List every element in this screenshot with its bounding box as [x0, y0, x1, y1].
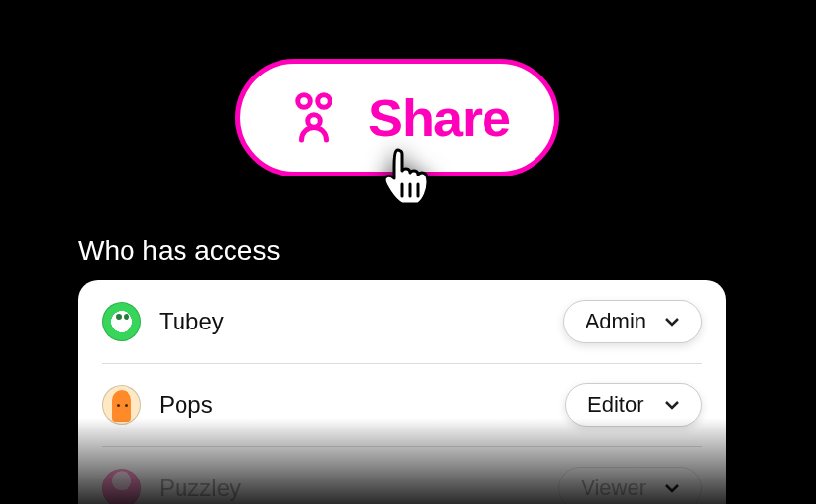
- chevron-down-icon: [664, 313, 680, 330]
- role-label: Admin: [586, 309, 646, 334]
- avatar: [102, 385, 141, 425]
- user-name: Pops: [159, 391, 213, 419]
- role-label: Editor: [587, 392, 643, 418]
- role-select[interactable]: Admin: [563, 300, 702, 343]
- access-section: Who has access Tubey Admin Pops Editor: [78, 235, 726, 504]
- chevron-down-icon: [664, 396, 680, 414]
- svg-point-0: [298, 95, 311, 108]
- role-select[interactable]: Editor: [565, 383, 702, 427]
- access-title: Who has access: [78, 235, 726, 267]
- share-button-label: Share: [368, 87, 510, 148]
- access-panel: Tubey Admin Pops Editor: [78, 280, 726, 504]
- user-name: Puzzley: [159, 475, 241, 502]
- pointer-cursor-icon: [379, 145, 435, 216]
- access-row: Tubey Admin: [102, 280, 702, 364]
- svg-point-2: [308, 115, 321, 127]
- user-name: Tubey: [159, 308, 224, 335]
- people-icon: [284, 86, 343, 149]
- avatar: [102, 302, 141, 341]
- access-row: Puzzley Viewer: [102, 447, 702, 504]
- access-row: Pops Editor: [102, 364, 702, 447]
- role-select[interactable]: Viewer: [558, 467, 702, 504]
- chevron-down-icon: [664, 479, 680, 497]
- svg-point-1: [318, 95, 331, 108]
- role-label: Viewer: [581, 476, 646, 501]
- avatar: [102, 469, 141, 504]
